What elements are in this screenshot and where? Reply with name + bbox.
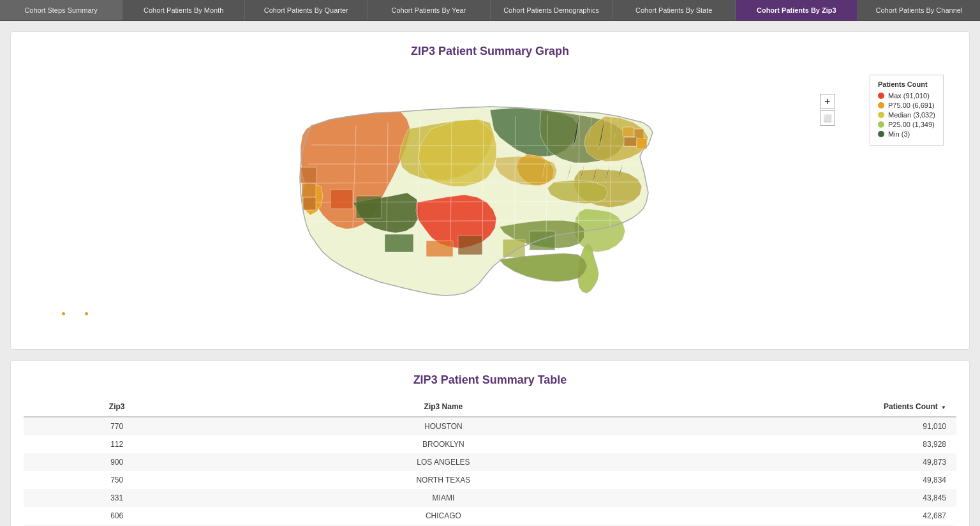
map-title: ZIP3 Patient Summary Graph xyxy=(24,45,956,58)
table-row: 750NORTH TEXAS49,834 xyxy=(24,471,956,489)
col-header-zip3name: Zip3 Name xyxy=(210,397,676,417)
cell-zip3name: BROOKLYN xyxy=(210,435,676,453)
svg-rect-19 xyxy=(503,239,525,257)
legend-item-min: Min (3) xyxy=(878,130,935,138)
col-header-patients-count[interactable]: Patients Count ▼ xyxy=(676,397,956,417)
table-row: 606CHICAGO42,687 xyxy=(24,507,956,525)
tab-item-demographics[interactable]: Cohort Patients Demographics xyxy=(491,0,613,20)
tab-bar: Cohort Steps SummaryCohort Patients By M… xyxy=(0,0,980,21)
tab-item-by-month[interactable]: Cohort Patients By Month xyxy=(122,0,245,20)
svg-rect-16 xyxy=(385,234,413,252)
summary-table: Zip3 Zip3 Name Patients Count ▼ 770HOUST… xyxy=(24,397,956,526)
table-header-row: Zip3 Zip3 Name Patients Count ▼ xyxy=(24,397,956,417)
cell-patients-count: 49,834 xyxy=(676,471,956,489)
legend-label-p75: P75.00 (6,691) xyxy=(888,101,935,109)
legend-item-median: Median (3,032) xyxy=(878,111,935,119)
cell-zip3: 331 xyxy=(24,489,210,507)
table-container: Zip3 Zip3 Name Patients Count ▼ 770HOUST… xyxy=(24,397,956,526)
zoom-in-button[interactable]: + xyxy=(820,94,835,109)
reset-button[interactable]: ⬜ xyxy=(820,110,835,126)
table-row: 900LOS ANGELES49,873 xyxy=(24,453,956,471)
legend-item-p25: P25.00 (1,349) xyxy=(878,121,935,128)
sort-indicator: ▼ xyxy=(941,405,946,410)
legend-color-min xyxy=(878,131,884,137)
table-row: 112BROOKLYN83,928 xyxy=(24,435,956,453)
svg-rect-17 xyxy=(426,241,453,257)
legend-color-p75 xyxy=(878,102,884,109)
tab-item-by-year[interactable]: Cohort Patients By Year xyxy=(368,0,490,20)
cell-patients-count: 83,928 xyxy=(676,435,956,453)
dot-1 xyxy=(62,312,65,315)
legend-title: Patients Count xyxy=(878,80,935,88)
table-row: 770HOUSTON91,010 xyxy=(24,417,956,435)
svg-rect-21 xyxy=(623,127,634,137)
map-container: + ⬜ Patients Count Max (91,010) P75.00 (… xyxy=(24,68,956,336)
table-card: ZIP3 Patient Summary Table Zip3 Zip3 Nam… xyxy=(10,360,970,526)
cell-patients-count: 49,873 xyxy=(676,453,956,471)
cell-zip3name: LOS ANGELES xyxy=(210,453,676,471)
legend-label-p25: P25.00 (1,349) xyxy=(888,121,935,128)
cell-zip3: 770 xyxy=(24,417,210,435)
map-controls: + ⬜ xyxy=(820,94,835,126)
cell-patients-count: 42,687 xyxy=(676,507,956,525)
cell-zip3: 606 xyxy=(24,507,210,525)
legend-color-max xyxy=(878,93,884,99)
svg-rect-27 xyxy=(303,197,316,210)
svg-rect-15 xyxy=(356,196,382,218)
svg-rect-25 xyxy=(301,167,316,183)
tab-item-by-channel[interactable]: Cohort Patients By Channel xyxy=(858,0,980,20)
table-body: 770HOUSTON91,010112BROOKLYN83,928900LOS … xyxy=(24,417,956,526)
tab-item-by-state[interactable]: Cohort Patients By State xyxy=(613,0,736,20)
svg-rect-14 xyxy=(330,190,353,209)
svg-rect-23 xyxy=(624,137,637,146)
tab-item-by-zip3[interactable]: Cohort Patients By Zip3 xyxy=(736,0,858,20)
cell-zip3: 112 xyxy=(24,435,210,453)
cell-zip3name: MIAMI xyxy=(210,489,676,507)
table-row: 331MIAMI43,845 xyxy=(24,489,956,507)
svg-rect-20 xyxy=(530,231,555,250)
cell-zip3name: NORTH TEXAS xyxy=(210,471,676,489)
legend-label-max: Max (91,010) xyxy=(888,92,930,100)
legend-label-min: Min (3) xyxy=(888,130,910,138)
cell-zip3name: CHICAGO xyxy=(210,507,676,525)
legend-item-max: Max (91,010) xyxy=(878,92,935,100)
tab-item-by-quarter[interactable]: Cohort Patients By Quarter xyxy=(245,0,368,20)
cell-zip3: 750 xyxy=(24,471,210,489)
map-legend: Patients Count Max (91,010) P75.00 (6,69… xyxy=(870,75,944,146)
cell-zip3name: HOUSTON xyxy=(210,417,676,435)
hawaii-alaska-dots xyxy=(62,308,93,317)
us-map xyxy=(228,75,752,330)
legend-color-median xyxy=(878,112,884,118)
map-card: ZIP3 Patient Summary Graph xyxy=(10,31,970,350)
legend-color-p25 xyxy=(878,121,884,128)
cell-patients-count: 91,010 xyxy=(676,417,956,435)
main-content: ZIP3 Patient Summary Graph xyxy=(0,21,980,526)
cell-zip3: 900 xyxy=(24,453,210,471)
svg-rect-26 xyxy=(302,183,316,197)
legend-label-median: Median (3,032) xyxy=(888,111,935,119)
col-header-zip3: Zip3 xyxy=(24,397,210,417)
dot-2 xyxy=(85,312,88,315)
tab-item-steps-summary[interactable]: Cohort Steps Summary xyxy=(0,0,122,20)
cell-patients-count: 43,845 xyxy=(676,489,956,507)
legend-item-p75: P75.00 (6,691) xyxy=(878,101,935,109)
svg-rect-18 xyxy=(458,236,482,255)
table-title: ZIP3 Patient Summary Table xyxy=(24,373,956,387)
